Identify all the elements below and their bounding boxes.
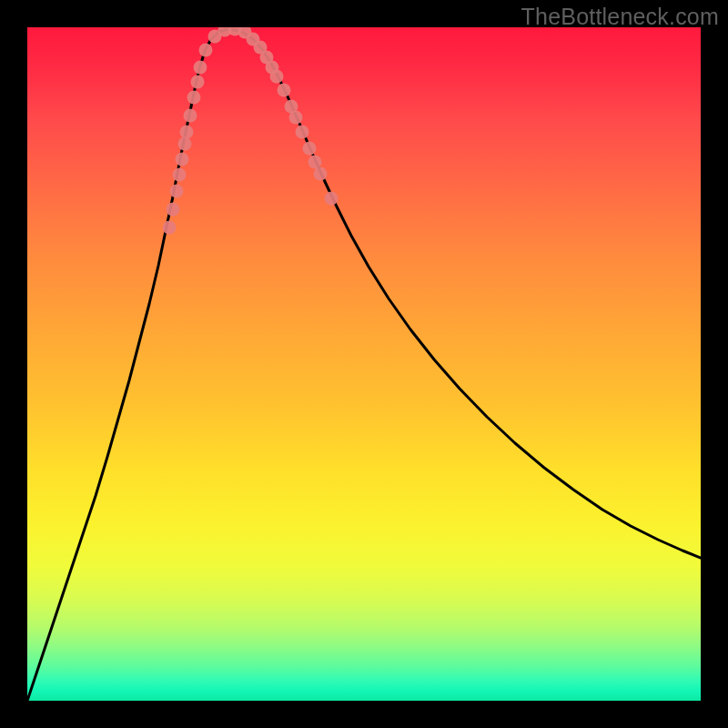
data-marker <box>191 76 205 89</box>
data-marker <box>170 185 184 198</box>
data-marker <box>178 137 192 151</box>
data-marker <box>173 168 187 182</box>
data-marker <box>194 61 207 75</box>
data-marker <box>167 203 180 217</box>
data-marker <box>296 126 309 139</box>
data-marker <box>303 142 317 156</box>
watermark-label: TheBottleneck.com <box>521 4 719 30</box>
data-marker <box>278 84 291 97</box>
data-marker <box>289 111 303 125</box>
data-marker <box>270 70 284 84</box>
curve-right-branch <box>229 29 701 558</box>
data-marker <box>187 91 201 105</box>
curve-left-branch <box>27 29 229 701</box>
chart-stage: TheBottleneck.com <box>0 0 728 728</box>
data-marker <box>180 126 194 139</box>
data-marker <box>325 192 339 206</box>
data-marker <box>176 153 189 167</box>
curve-layer <box>27 27 701 701</box>
data-marker <box>199 44 213 57</box>
data-marker <box>163 221 177 235</box>
plot-area <box>27 27 701 701</box>
data-marker <box>184 109 197 123</box>
data-marker <box>314 167 328 181</box>
